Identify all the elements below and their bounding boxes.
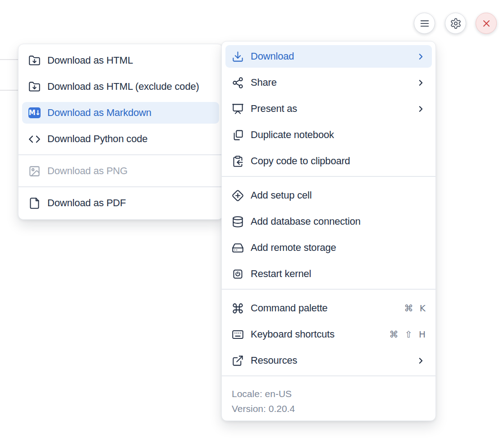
menu-item-label: Copy code to clipboard bbox=[251, 155, 350, 167]
menu-item-keyboard-shortcuts[interactable]: Keyboard shortcuts⌘ ⇧ H bbox=[225, 323, 432, 346]
presentation-icon bbox=[232, 103, 244, 115]
menu-item-label: Add setup cell bbox=[251, 190, 312, 201]
close-icon bbox=[481, 18, 492, 29]
menu-item-download-as-html[interactable]: Download as HTML bbox=[22, 50, 219, 71]
menu-item-label: Restart kernel bbox=[251, 268, 311, 280]
gear-icon bbox=[450, 18, 462, 29]
hard-drive-icon bbox=[232, 242, 244, 254]
menu-item-add-setup-cell[interactable]: Add setup cell bbox=[225, 184, 432, 207]
menu-item-label: Download as PNG bbox=[47, 165, 128, 177]
menu-item-add-database-connection[interactable]: Add database connection bbox=[225, 210, 432, 233]
image-icon bbox=[28, 165, 41, 177]
database-icon bbox=[232, 216, 244, 228]
menu-item-trailing bbox=[416, 52, 426, 61]
menu-separator bbox=[18, 154, 223, 155]
menu-item-download-python-code[interactable]: Download Python code bbox=[22, 128, 219, 150]
locale-text: Locale: en-US bbox=[232, 386, 426, 401]
download-submenu: Download as HTMLDownload as HTML (exclud… bbox=[18, 44, 223, 220]
settings-button[interactable] bbox=[445, 13, 466, 34]
menu-item-command-palette[interactable]: Command palette⌘ K bbox=[225, 297, 432, 319]
menu-item-label: Download as Markdown bbox=[47, 107, 151, 119]
menu-item-label: Resources bbox=[251, 355, 297, 366]
menu-item-add-remote-storage[interactable]: Add remote storage bbox=[225, 236, 432, 259]
menu-item-trailing bbox=[416, 104, 426, 114]
chevron-right-icon bbox=[416, 78, 426, 88]
menu-item-resources[interactable]: Resources bbox=[225, 349, 432, 372]
chevron-right-icon bbox=[416, 52, 426, 61]
background-cell-border bbox=[0, 90, 18, 91]
menu-item-label: Present as bbox=[251, 103, 297, 115]
menu-item-trailing bbox=[416, 78, 426, 88]
menu-item-download-as-html-exclude-code[interactable]: Download as HTML (exclude code) bbox=[22, 76, 219, 97]
menu-item-trailing: ⌘ ⇧ H bbox=[389, 329, 426, 340]
notebook-actions-menu: DownloadSharePresent asDuplicate noteboo… bbox=[221, 41, 436, 421]
menu-item-duplicate-notebook[interactable]: Duplicate notebook bbox=[225, 124, 432, 146]
menu-item-download-as-pdf[interactable]: Download as PDF bbox=[22, 192, 219, 214]
background-cell-border bbox=[0, 59, 18, 60]
menu-separator bbox=[222, 289, 435, 290]
menu-item-label: Add remote storage bbox=[251, 242, 336, 254]
menu-item-label: Share bbox=[251, 77, 277, 88]
markdown-badge: M↓ bbox=[28, 107, 41, 118]
clipboard-copy-icon bbox=[232, 155, 244, 167]
menu-item-label: Command palette bbox=[251, 302, 328, 314]
code-icon bbox=[28, 133, 41, 145]
hamburger-icon bbox=[419, 18, 431, 29]
command-icon bbox=[232, 302, 244, 314]
menu-separator bbox=[222, 375, 435, 376]
external-link-icon bbox=[232, 355, 244, 367]
folder-down-icon bbox=[28, 55, 41, 67]
menu-item-label: Keyboard shortcuts bbox=[251, 328, 334, 340]
menu-item-download[interactable]: Download bbox=[225, 45, 432, 68]
version-text: Version: 0.20.4 bbox=[232, 401, 426, 416]
menu-footer: Locale: en-USVersion: 0.20.4 bbox=[225, 384, 432, 417]
chevron-right-icon bbox=[416, 104, 426, 114]
keyboard-icon bbox=[232, 328, 244, 341]
share-icon bbox=[232, 77, 244, 89]
menu-item-label: Download as HTML bbox=[47, 55, 133, 66]
notebook-menu-button[interactable] bbox=[414, 13, 435, 34]
menu-separator bbox=[18, 186, 223, 187]
notebook-background: Download as HTMLDownload as HTML (exclud… bbox=[0, 0, 504, 444]
menu-separator bbox=[222, 176, 435, 177]
shutdown-button[interactable] bbox=[476, 13, 497, 34]
menu-item-label: Duplicate notebook bbox=[251, 129, 334, 141]
square-power-icon bbox=[232, 268, 244, 280]
shortcut-hint: ⌘ K bbox=[404, 303, 426, 314]
menu-item-label: Download as PDF bbox=[47, 197, 126, 209]
menu-item-restart-kernel[interactable]: Restart kernel bbox=[225, 263, 432, 285]
chevron-right-icon bbox=[416, 356, 426, 365]
menu-item-trailing: ⌘ K bbox=[404, 303, 426, 314]
file-icon bbox=[28, 197, 41, 209]
menu-item-trailing bbox=[416, 356, 426, 365]
menu-item-copy-code-to-clipboard[interactable]: Copy code to clipboard bbox=[225, 150, 432, 172]
copy-icon bbox=[232, 129, 244, 141]
menu-item-label: Download as HTML (exclude code) bbox=[47, 81, 199, 92]
menu-item-download-as-png: Download as PNG bbox=[22, 160, 219, 182]
shortcut-hint: ⌘ ⇧ H bbox=[389, 329, 426, 340]
markdown-icon: M↓ bbox=[28, 107, 41, 119]
diamond-plus-icon bbox=[232, 190, 244, 202]
menu-item-label: Add database connection bbox=[251, 216, 361, 227]
menu-item-download-as-markdown[interactable]: M↓Download as Markdown bbox=[22, 102, 219, 124]
download-icon bbox=[232, 51, 244, 63]
folder-down-icon bbox=[28, 81, 41, 93]
menu-item-label: Download bbox=[251, 51, 294, 62]
menu-item-present-as[interactable]: Present as bbox=[225, 97, 432, 120]
menu-item-label: Download Python code bbox=[47, 133, 147, 145]
menu-item-share[interactable]: Share bbox=[225, 71, 432, 94]
